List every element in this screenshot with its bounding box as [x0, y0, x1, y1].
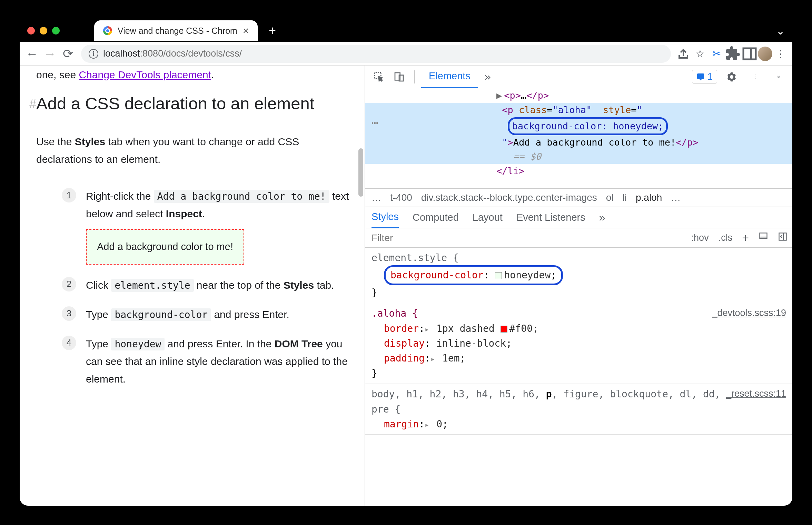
- dom-ellipsis-icon[interactable]: ⋯: [372, 115, 378, 132]
- tab-title: View and change CSS - Chrom: [118, 26, 237, 36]
- styles-pane[interactable]: element.style { background-color: honeyd…: [365, 248, 792, 506]
- section-heading: Add a CSS declaration to an element: [36, 93, 351, 114]
- tab-close-icon[interactable]: ×: [243, 25, 249, 37]
- dom-line[interactable]: </li>: [365, 164, 792, 178]
- crumb[interactable]: p.aloh: [636, 192, 662, 203]
- close-devtools-icon[interactable]: ✕: [770, 68, 788, 86]
- highlight-ring: background-color: honeydew;: [384, 265, 563, 285]
- highlight-ring: background-color: honeydew;: [508, 117, 668, 135]
- step-text: Click element.style near the top of the …: [86, 276, 334, 294]
- step-1: 1Right-click the Add a background color …: [62, 187, 351, 264]
- color-swatch-icon[interactable]: [495, 272, 502, 279]
- forward-button: →: [41, 45, 59, 63]
- toolbar: ← → ⟳ i localhost:8080/docs/devtools/css…: [20, 42, 792, 66]
- back-button[interactable]: ←: [23, 45, 41, 63]
- svg-rect-5: [760, 233, 767, 239]
- crumb[interactable]: div.stack.stack--block.type.center-image…: [421, 192, 597, 203]
- browser-window: View and change CSS - Chrom × + ⌄ ← → ⟳ …: [20, 19, 792, 506]
- style-tab-layout[interactable]: Layout: [473, 212, 503, 223]
- inline-code: honeydew: [111, 338, 165, 350]
- separator: [414, 70, 415, 83]
- devtools-tabbar: Elements » 1 ⋮ ✕: [365, 66, 792, 88]
- bookmark-icon[interactable]: ☆: [692, 46, 708, 62]
- issues-button[interactable]: 1: [692, 70, 717, 84]
- crumb[interactable]: ol: [606, 192, 614, 203]
- device-toggle-icon[interactable]: [390, 68, 408, 86]
- step-number: 3: [62, 306, 76, 321]
- site-info-icon[interactable]: i: [89, 49, 98, 59]
- dom-selected-node[interactable]: <p class="aloha" style=" background-colo…: [365, 103, 792, 164]
- filter-input[interactable]: [365, 232, 686, 244]
- step-text: Type background-color and press Enter.: [86, 306, 289, 323]
- heading-anchor-icon[interactable]: #: [29, 97, 36, 111]
- styles-tabbar: StylesComputedLayoutEvent Listeners»: [365, 207, 792, 228]
- content-area: one, see Change DevTools placement. # Ad…: [20, 66, 792, 506]
- address-bar[interactable]: i localhost:8080/docs/devtools/css/: [81, 45, 671, 63]
- settings-icon[interactable]: [723, 68, 741, 86]
- maximize-window-icon[interactable]: [52, 27, 60, 34]
- demo-element[interactable]: Add a background color to me!: [86, 229, 244, 264]
- window-controls: [27, 27, 60, 34]
- step-2: 2Click element.style near the top of the…: [62, 276, 351, 294]
- tabs-overflow-icon[interactable]: »: [480, 70, 495, 83]
- inline-code: Add a background color to me!: [154, 190, 329, 203]
- new-tab-button[interactable]: +: [266, 24, 278, 37]
- cls-button[interactable]: .cls: [714, 232, 737, 243]
- step-text: Type honeydew and press Enter. In the DO…: [86, 335, 351, 388]
- crumb[interactable]: …: [372, 192, 381, 203]
- source-link[interactable]: _devtools.scss:19: [712, 306, 786, 320]
- reload-button[interactable]: ⟳: [59, 45, 77, 63]
- sidepanel-icon[interactable]: [741, 46, 758, 62]
- computed-toggle-icon[interactable]: [773, 232, 792, 244]
- url-text: localhost:8080/docs/devtools/css/: [103, 48, 242, 59]
- style-tab-event-listeners[interactable]: Event Listeners: [516, 212, 585, 223]
- color-swatch-icon[interactable]: [501, 326, 507, 333]
- style-tab-styles[interactable]: Styles: [372, 207, 399, 228]
- tab-elements[interactable]: Elements: [421, 66, 478, 88]
- svg-rect-0: [743, 48, 756, 59]
- new-rule-button[interactable]: +: [737, 231, 754, 245]
- rule-aloha[interactable]: _devtools.scss:19 .aloha { border:▸ 1px …: [365, 303, 792, 384]
- placement-link[interactable]: Change DevTools placement: [79, 69, 211, 80]
- close-window-icon[interactable]: [27, 27, 35, 34]
- filter-bar: :hov .cls +: [365, 228, 792, 248]
- dom-tree[interactable]: ⋯ ▶<p>…</p> <p class="aloha" style=" bac…: [365, 88, 792, 188]
- partial-text: one, see Change DevTools placement.: [36, 69, 351, 81]
- inline-code: element.style: [111, 279, 194, 292]
- inspect-icon[interactable]: [370, 68, 388, 86]
- minimize-window-icon[interactable]: [40, 27, 47, 34]
- rule-reset[interactable]: _reset.scss:11 body, h1, h2, h3, h4, h5,…: [365, 384, 792, 435]
- device-icon[interactable]: [754, 232, 773, 244]
- rule-element-style[interactable]: element.style { background-color: honeyd…: [365, 248, 792, 303]
- intro-text: Use the Styles tab when you want to chan…: [36, 133, 351, 168]
- hov-button[interactable]: :hov: [686, 232, 714, 243]
- dom-line[interactable]: ▶<p>…</p>: [365, 88, 792, 103]
- scissors-icon[interactable]: ✂: [708, 46, 725, 62]
- tabs-chevron-icon[interactable]: ⌄: [776, 25, 785, 37]
- crumb[interactable]: li: [623, 192, 627, 203]
- step-3: 3Type background-color and press Enter.: [62, 306, 351, 323]
- titlebar: View and change CSS - Chrom × + ⌄: [20, 19, 792, 42]
- step-text: Right-click the Add a background color t…: [86, 187, 351, 264]
- extensions-icon[interactable]: [725, 46, 741, 62]
- page-content: one, see Change DevTools placement. # Ad…: [20, 66, 365, 506]
- step-4: 4Type honeydew and press Enter. In the D…: [62, 335, 351, 388]
- inline-code: background-color: [111, 308, 211, 321]
- step-number: 4: [62, 336, 76, 350]
- kebab-icon[interactable]: ⋮: [746, 68, 764, 86]
- chrome-favicon-icon: [103, 26, 112, 35]
- crumb[interactable]: …: [671, 192, 681, 203]
- step-number: 1: [62, 188, 76, 202]
- scrollbar-thumb[interactable]: [358, 148, 363, 197]
- menu-icon[interactable]: ⋮: [772, 46, 789, 62]
- breadcrumb[interactable]: …t-400div.stack.stack--block.type.center…: [365, 188, 792, 207]
- style-tab-computed[interactable]: Computed: [413, 212, 459, 223]
- devtools-panel: Elements » 1 ⋮ ✕ ⋯ ▶<p>…</p> <p class="a…: [365, 66, 792, 506]
- share-icon[interactable]: [675, 46, 692, 62]
- browser-tab[interactable]: View and change CSS - Chrom ×: [94, 20, 258, 41]
- crumb[interactable]: t-400: [390, 192, 412, 203]
- source-link[interactable]: _reset.scss:11: [726, 387, 786, 401]
- steps-list: 1Right-click the Add a background color …: [36, 187, 351, 387]
- style-tabs-overflow-icon[interactable]: »: [599, 211, 605, 224]
- profile-avatar[interactable]: [758, 47, 772, 61]
